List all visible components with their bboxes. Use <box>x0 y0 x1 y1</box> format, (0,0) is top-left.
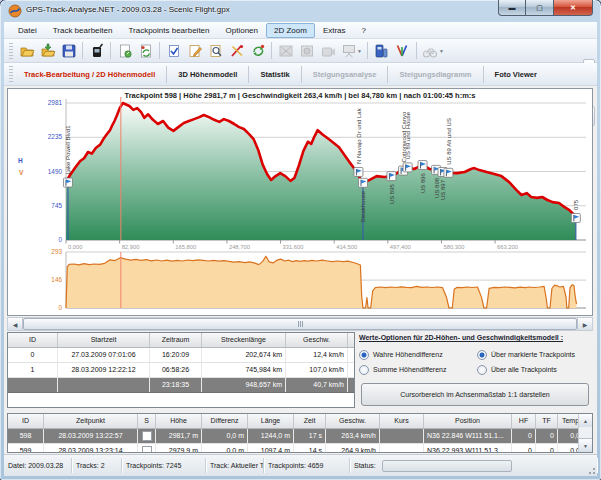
open-file-icon[interactable] <box>16 40 37 61</box>
presentation-icon <box>338 40 359 61</box>
toolbar-gripper[interactable] <box>9 66 13 82</box>
marked-checkbox[interactable] <box>142 446 152 453</box>
toolbar-separator <box>159 42 160 59</box>
cursor-scale-button[interactable]: Cursorbereich im Achsenmaßstab 1:1 darst… <box>361 383 589 406</box>
radio-dot-icon[interactable] <box>477 365 487 375</box>
table-row[interactable]: 128.03.2009 12:22:1206:58:26745,984 km10… <box>8 363 354 378</box>
app-icon <box>8 4 22 18</box>
track-marker-flag[interactable]: US 89 und House <box>403 111 412 172</box>
nav-item-3d-h-henmodell[interactable]: 3D Höhenmodell <box>170 67 245 82</box>
menu-item-2d-zoom[interactable]: 2D Zoom <box>266 23 315 38</box>
minimize-button[interactable]: ▬ <box>498 0 526 16</box>
marked-checkbox[interactable] <box>142 431 152 441</box>
table-cell <box>138 429 156 443</box>
pencils-icon[interactable] <box>392 40 413 61</box>
radio-dot-icon[interactable] <box>477 350 487 360</box>
scrollbar-thumb[interactable] <box>23 318 577 330</box>
table-cell: 0 <box>536 444 558 453</box>
table-cell <box>380 429 424 443</box>
radio-option[interactable]: Wahre Höhendifferenz <box>359 347 477 362</box>
track-chart-svg[interactable]: 0,00082,900165,800248,700331,600414,5004… <box>8 89 592 315</box>
menu-bar: DateiTrack bearbeitenTrackpoints bearbei… <box>4 22 597 39</box>
track-chart-panel: 0,00082,900165,800248,700331,600414,5004… <box>7 88 593 316</box>
nav-separator <box>166 66 167 83</box>
table-cell: 2981,7 m <box>156 429 202 443</box>
tracks-sum-row[interactable]: 23:18:35948,657 km40,7 km/h <box>8 378 354 393</box>
tracks-table-header[interactable]: IDStartzeitZeitraumStreckenlängeGeschw. <box>8 333 354 348</box>
recycle-track-icon[interactable] <box>135 40 156 61</box>
nav-item-track-bearbeitung-2d-h-henmodell[interactable]: Track-Bearbeitung / 2D Höhenmodell <box>16 67 163 82</box>
table-vscrollbar[interactable]: ▲ ▼ <box>578 414 592 452</box>
svg-text:745: 745 <box>51 202 62 209</box>
save-icon[interactable] <box>58 40 79 61</box>
nav-item-statistik[interactable]: Statistik <box>252 67 297 82</box>
table-row[interactable]: 59928.03.2009 13:23:142979,9 m0,0 m1097,… <box>8 444 592 453</box>
track-marker-flag[interactable]: US 895 <box>387 172 396 205</box>
new-track-icon[interactable] <box>114 40 135 61</box>
chart-header: Trackpoint 598 | Höhe 2981,7 m | Geschwi… <box>8 91 592 100</box>
track-marker-flag[interactable]: US 896 <box>418 161 427 194</box>
confirm-edit-icon[interactable] <box>163 40 184 61</box>
svg-text:H: H <box>18 157 23 164</box>
options-panel: Werte-Optionen für 2D-Höhen- und Geschwi… <box>357 332 591 408</box>
table-cell: 14 s <box>294 444 326 453</box>
inspect-trackpoints-icon[interactable] <box>205 40 226 61</box>
radio-dot-icon[interactable] <box>359 365 369 375</box>
status-section: Tracks: 2 <box>72 458 122 473</box>
scroll-right-arrow-icon[interactable]: ▶ <box>577 318 592 330</box>
options-title: Werte-Optionen für 2D-Höhen- und Geschwi… <box>359 334 591 341</box>
table-cell: Kurs <box>380 414 424 428</box>
status-bar: Datei: 2009.03.28Tracks: 2Trackpoints: 7… <box>4 454 597 476</box>
marker-label: Steakhouse <box>360 190 366 222</box>
menu-item-optionen[interactable]: Optionen <box>218 23 266 38</box>
gps-device-icon[interactable] <box>86 40 107 61</box>
trackpoints-table-rows: IDZeitpunktSHöheDifferenzLängeZeitGeschw… <box>8 414 592 453</box>
refresh-shield-icon[interactable] <box>247 40 268 61</box>
scroll-left-arrow-icon[interactable]: ◀ <box>8 318 23 330</box>
menu-item--[interactable]: ? <box>354 23 374 38</box>
status-progress-bar <box>382 460 512 472</box>
computer-icon[interactable] <box>371 40 392 61</box>
table-cell: Zeitpunkt <box>44 414 138 428</box>
title-bar[interactable]: GPS-Track-Analyse.NET - 2009.03.28 - Sce… <box>0 0 601 22</box>
scroll-down-arrow-icon[interactable]: ▼ <box>579 438 592 452</box>
radio-dot-icon[interactable] <box>359 350 369 360</box>
radio-option[interactable]: Über markierte Trackpoints <box>477 347 593 362</box>
maximize-button[interactable]: ▢ <box>526 0 553 16</box>
nav-separator <box>483 66 484 83</box>
table-cell: 745,984 km <box>202 363 286 377</box>
trackpoints-table-header[interactable]: IDZeitpunktSHöheDifferenzLängeZeitGeschw… <box>8 414 592 429</box>
track-marker-flag[interactable]: N Navajo Dr und Lak <box>354 107 363 176</box>
table-cell <box>380 444 424 453</box>
table-cell: HF <box>512 414 536 428</box>
table-cell: Position <box>424 414 512 428</box>
status-section: Status: <box>350 458 597 473</box>
table-cell: 107,0 km/h <box>286 363 348 377</box>
radio-label: Über markierte Trackpoints <box>491 351 575 358</box>
menu-item-track-bearbeiten[interactable]: Track bearbeiten <box>45 23 121 38</box>
table-row[interactable]: 027.03.2009 07:01:0616:20:09202,674 km12… <box>8 348 354 363</box>
menu-item-extras[interactable]: Extras <box>315 23 354 38</box>
marker-label: US 896 <box>420 172 426 193</box>
track-marker-flag[interactable]: US 89 Alt und US <box>444 118 453 177</box>
menu-item-trackpoints-bearbeiten[interactable]: Trackpoints bearbeiten <box>120 23 217 38</box>
import-file-icon[interactable] <box>37 40 58 61</box>
svg-text:V: V <box>19 169 24 176</box>
scroll-up-arrow-icon[interactable]: ▲ <box>579 414 592 427</box>
menu-item-datei[interactable]: Datei <box>10 23 45 38</box>
tools-icon[interactable] <box>226 40 247 61</box>
table-row[interactable]: 59828.03.2009 13:22:572981,7 m0,0 m1244,… <box>8 429 592 444</box>
resize-grip[interactable] <box>586 465 596 475</box>
table-cell: 17 s <box>294 429 326 443</box>
nav-item-steigungsanalyse: Steigungsanalyse <box>305 67 385 82</box>
radio-option[interactable]: Über alle Trackpoints <box>477 362 593 377</box>
close-button[interactable]: ✕ <box>553 0 593 16</box>
table-cell: 0,0 m <box>202 444 248 453</box>
chart-hscrollbar[interactable]: ◀ ▶ <box>7 317 593 331</box>
nav-item-foto-viewer[interactable]: Foto Viewer <box>487 67 545 82</box>
table-cell: ID <box>8 414 44 428</box>
edit-trackpoints-icon[interactable] <box>184 40 205 61</box>
radio-option[interactable]: Summe Höhendifferenz <box>359 362 477 377</box>
toolbar-gripper[interactable] <box>9 43 13 59</box>
marker-label: Lake Powell Blvd1 <box>65 125 71 175</box>
